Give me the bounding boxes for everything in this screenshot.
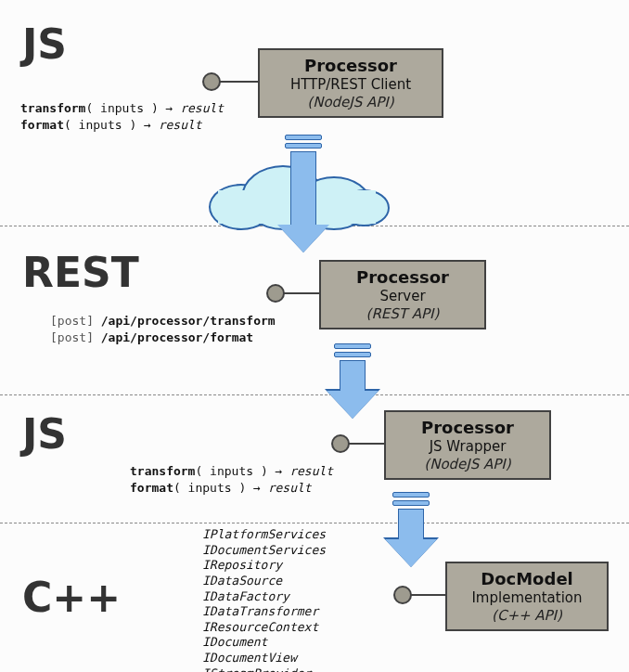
box-subtitle: Implementation (456, 589, 597, 606)
port-dot-2 (266, 284, 285, 303)
port-dot-3 (331, 434, 350, 453)
box-title: Processor (330, 267, 475, 287)
box-title: DocModel (456, 569, 597, 588)
port-dot-4 (393, 586, 412, 604)
box-api: (NodeJS API) (395, 456, 540, 472)
layer-label-cpp: C++ (22, 574, 121, 621)
layer-label-rest: REST (22, 249, 139, 296)
connector-3 (348, 443, 384, 445)
connector-4 (410, 594, 445, 596)
connector-1 (219, 81, 258, 83)
box-subtitle: Server (330, 288, 475, 304)
port-dot-1 (202, 72, 221, 91)
interfaces-list: IPlatformServicesIDocumentServicesIRepos… (202, 527, 326, 672)
arrow-down-1 (271, 135, 336, 252)
layer-label-js-2: JS (22, 410, 67, 458)
box-api: (REST API) (330, 305, 475, 322)
code-block-js-1: transform( inputs ) → result format( inp… (20, 100, 224, 133)
box-subtitle: HTTP/REST Client (269, 76, 432, 93)
box-api: (NodeJS API) (269, 94, 432, 110)
code-block-rest: [post] /api/processor/transform [post] /… (50, 313, 276, 345)
box-api: (C++ API) (456, 607, 597, 624)
box-docmodel: DocModel Implementation (C++ API) (445, 562, 609, 631)
arrow-down-3 (379, 492, 443, 567)
box-title: Processor (269, 56, 432, 75)
box-processor-server: Processor Server (REST API) (319, 260, 486, 330)
divider-2 (0, 394, 629, 395)
box-title: Processor (395, 418, 540, 437)
connector-2 (283, 292, 319, 294)
box-processor-client: Processor HTTP/REST Client (NodeJS API) (258, 48, 443, 118)
arrow-down-2 (320, 343, 385, 419)
code-block-js-2: transform( inputs ) → result format( inp… (130, 463, 333, 496)
divider-3 (0, 523, 629, 523)
layer-label-js-1: JS (22, 20, 67, 68)
box-processor-wrapper: Processor JS Wrapper (NodeJS API) (384, 410, 551, 480)
box-subtitle: JS Wrapper (395, 438, 540, 455)
